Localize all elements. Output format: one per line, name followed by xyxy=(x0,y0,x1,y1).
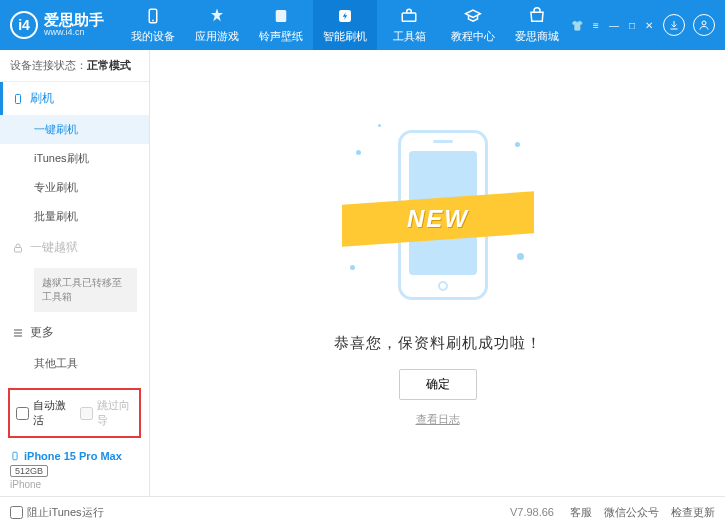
nav-tutorials[interactable]: 教程中心 xyxy=(441,0,505,50)
sidebar-item-pro-flash[interactable]: 专业刷机 xyxy=(0,173,149,202)
success-illustration: NEW xyxy=(348,120,528,320)
logo-icon: i4 xyxy=(10,11,38,39)
link-support[interactable]: 客服 xyxy=(570,505,592,520)
sidebar-item-download-firmware[interactable]: 下载固件 xyxy=(0,378,149,382)
checkbox-skip-guide[interactable]: 跳过向导 xyxy=(80,398,134,428)
toolbox-icon xyxy=(399,6,419,26)
app-url: www.i4.cn xyxy=(44,28,104,38)
checkbox-auto-activate[interactable]: 自动激活 xyxy=(16,398,70,428)
version-label: V7.98.66 xyxy=(510,506,554,518)
device-name-row[interactable]: iPhone 15 Pro Max xyxy=(10,450,139,462)
maximize-button[interactable]: □ xyxy=(627,20,637,31)
svg-rect-6 xyxy=(16,94,21,103)
ringtone-icon xyxy=(271,6,291,26)
menu-button[interactable]: ≡ xyxy=(591,20,601,31)
link-update[interactable]: 检查更新 xyxy=(671,505,715,520)
close-button[interactable]: ✕ xyxy=(643,20,655,31)
device-info: iPhone 15 Pro Max 512GB iPhone xyxy=(0,444,149,496)
titlebar: i4 爱思助手 www.i4.cn 我的设备 应用游戏 铃声壁纸 智能刷机 工具… xyxy=(0,0,725,50)
sidebar-item-other-tools[interactable]: 其他工具 xyxy=(0,349,149,378)
svg-rect-11 xyxy=(13,452,17,460)
nav-toolbox[interactable]: 工具箱 xyxy=(377,0,441,50)
nav-smart-flash[interactable]: 智能刷机 xyxy=(313,0,377,50)
skin-button[interactable]: 👕 xyxy=(569,20,585,31)
phone-small-icon xyxy=(10,450,20,462)
nav-store[interactable]: 爱思商城 xyxy=(505,0,569,50)
sidebar-header-more[interactable]: 更多 xyxy=(0,316,149,349)
sidebar: 设备连接状态：正常模式 刷机 一键刷机 iTunes刷机 专业刷机 批量刷机 一… xyxy=(0,50,150,496)
app-logo: i4 爱思助手 www.i4.cn xyxy=(10,11,121,39)
lock-icon xyxy=(12,242,24,254)
nav-apps-games[interactable]: 应用游戏 xyxy=(185,0,249,50)
ok-button[interactable]: 确定 xyxy=(399,369,477,400)
view-log-link[interactable]: 查看日志 xyxy=(416,412,460,427)
tutorial-icon xyxy=(463,6,483,26)
flash-icon xyxy=(335,6,355,26)
list-icon xyxy=(12,327,24,339)
svg-rect-4 xyxy=(402,13,416,21)
device-icon xyxy=(143,6,163,26)
download-button[interactable] xyxy=(663,14,685,36)
window-controls: 👕 ≡ — □ ✕ xyxy=(569,14,715,36)
nav-ringtones[interactable]: 铃声壁纸 xyxy=(249,0,313,50)
sidebar-item-itunes-flash[interactable]: iTunes刷机 xyxy=(0,144,149,173)
checkbox-block-itunes[interactable]: 阻止iTunes运行 xyxy=(10,505,104,520)
statusbar: 阻止iTunes运行 V7.98.66 客服 微信公众号 检查更新 xyxy=(0,496,725,527)
sidebar-item-oneclick-flash[interactable]: 一键刷机 xyxy=(0,115,149,144)
options-highlight-box: 自动激活 跳过向导 xyxy=(8,388,141,438)
device-status: 设备连接状态：正常模式 xyxy=(0,50,149,82)
top-nav: 我的设备 应用游戏 铃声壁纸 智能刷机 工具箱 教程中心 爱思商城 xyxy=(121,0,569,50)
main-content: NEW 恭喜您，保资料刷机成功啦！ 确定 查看日志 xyxy=(150,50,725,496)
svg-rect-7 xyxy=(15,247,22,252)
svg-rect-2 xyxy=(276,10,287,22)
app-name: 爱思助手 xyxy=(44,12,104,29)
sidebar-item-batch-flash[interactable]: 批量刷机 xyxy=(0,202,149,231)
sidebar-header-flash[interactable]: 刷机 xyxy=(0,82,149,115)
svg-point-5 xyxy=(702,21,706,25)
jailbreak-note: 越狱工具已转移至工具箱 xyxy=(34,268,137,312)
nav-my-device[interactable]: 我的设备 xyxy=(121,0,185,50)
device-storage: 512GB xyxy=(10,465,48,477)
link-wechat[interactable]: 微信公众号 xyxy=(604,505,659,520)
sidebar-header-jailbreak[interactable]: 一键越狱 xyxy=(0,231,149,264)
user-button[interactable] xyxy=(693,14,715,36)
success-message: 恭喜您，保资料刷机成功啦！ xyxy=(334,334,542,353)
store-icon xyxy=(527,6,547,26)
minimize-button[interactable]: — xyxy=(607,20,621,31)
device-model: iPhone xyxy=(10,479,139,490)
phone-icon xyxy=(12,93,24,105)
apps-icon xyxy=(207,6,227,26)
